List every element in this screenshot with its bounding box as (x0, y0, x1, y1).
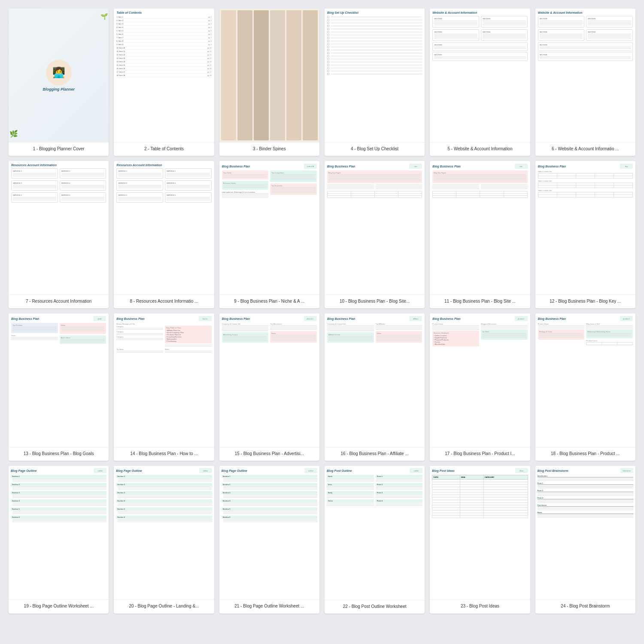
spine-4 (270, 10, 285, 140)
card-1[interactable]: 🌿 🌱 👩‍💻 Blogging Planner 1 - Blogging Pl… (9, 9, 109, 156)
checklist-item (327, 37, 422, 39)
bp-header: Blog Business Plan how to (116, 316, 211, 321)
resource-section: SERVICE 5 (116, 192, 163, 203)
spine-6 (303, 10, 318, 140)
outline-section: Section 6 (11, 516, 106, 522)
info-section: SECTION (481, 16, 528, 27)
card-label-13: 13 - Blog Business Plan - Blog Goals (9, 447, 109, 461)
card-2[interactable]: Table of Contents 1. Item 1 pg 1 2. Item… (114, 9, 214, 156)
card-15[interactable]: Blog Business Plan advertisi... Company … (219, 313, 319, 461)
bp-logo: outline (94, 468, 106, 473)
bp-col (327, 185, 374, 190)
checklist-item (327, 64, 422, 66)
card-14[interactable]: Blog Business Plan how to Money Strategi… (114, 313, 214, 461)
card-5[interactable]: Website & Account Information SECTION SE… (430, 9, 530, 156)
card-16[interactable]: Blog Business Plan affiliate Company & C… (325, 313, 425, 461)
bp-title: Blog Post Ideas (432, 469, 515, 472)
outline-left: Hook Intro Body (327, 475, 374, 507)
bp-header: Blog Business Plan affiliate (327, 316, 422, 321)
checklist-item (327, 31, 422, 33)
card-preview-7: Resources Account Information SERVICE 1 … (9, 161, 109, 295)
card-preview-16: Blog Business Plan affiliate Company & C… (325, 313, 425, 447)
card-18[interactable]: Blog Business Plan product 2 Product Nam… (535, 313, 635, 461)
outline-section: Section 4 (11, 499, 106, 506)
card-label-2: 2 - Table of Contents (114, 142, 214, 156)
outline-section: Section 2 (116, 483, 212, 489)
bp-logo: brainstorm (620, 468, 633, 473)
resource-section: SERVICE 5 (11, 192, 58, 203)
card-9[interactable]: Blog Business Plan niche & A Your Niche … (219, 161, 319, 308)
info-section: SECTION (432, 16, 479, 27)
bp-header: Blog Business Plan product I (432, 316, 527, 321)
outline-section: Section 2 (11, 483, 106, 489)
outline-section: Section 3 (222, 491, 317, 498)
card-12[interactable]: Blog Business Plan key Table Content Inf… (535, 161, 635, 308)
info-section: SECTION (538, 29, 585, 41)
card-21[interactable]: Blog Page Outline outline Section 1 Sect… (219, 466, 319, 613)
bp-logo: site (515, 164, 528, 169)
aff-left: Company & Contact Info Affiliate Income (327, 323, 374, 344)
bp-logo: affiliate (409, 316, 422, 321)
bp-logo: ideas (515, 468, 528, 473)
toc-row: 5. Item 5 pg 5 (116, 29, 211, 33)
card-label-21: 21 - Blog Page Outline Worksheet ... (219, 599, 319, 613)
toc-row: 14. Item 14 pg 14 (116, 60, 211, 64)
bp-section: Blog Key Pages (432, 170, 527, 183)
card-11[interactable]: Blog Business Plan site Blog Key Pages (430, 161, 530, 308)
card-10[interactable]: Blog Business Plan site Blog Key Pages (325, 161, 425, 308)
checklist-item (327, 46, 422, 48)
card-19[interactable]: Blog Page Outline outline Section 1 Sect… (9, 466, 109, 613)
aff-right: Top Affiliates Notes (376, 323, 422, 344)
checklist-item (327, 61, 422, 63)
card-6[interactable]: Website & Account Information SECTION SE… (535, 9, 635, 156)
bp-header: Blog Post Brainstorm brainstorm (538, 468, 633, 473)
bp-title: Blog Business Plan (538, 317, 620, 320)
bp-title: Blog Page Outline (222, 469, 304, 472)
card-13[interactable]: Blog Business Plan goals Top Priorities … (9, 313, 109, 461)
card-label-1: 1 - Blogging Planner Cover (9, 142, 109, 156)
card-preview-10: Blog Business Plan site Blog Key Pages (325, 161, 425, 295)
prod-left: Product Ideas Business Strategies • Onli… (432, 323, 479, 348)
card-24[interactable]: Blog Post Brainstorm brainstorm Introduc… (535, 466, 635, 613)
toc-row: 9. Item 9 pg 9 (116, 43, 211, 46)
resource-section: SERVICE 3 (11, 180, 58, 191)
card-label-24: 24 - Blog Post Brainstorm (535, 599, 635, 613)
resource-section: SERVICE 1 (11, 168, 58, 179)
card-3[interactable]: 3 - Binder Spines (219, 9, 319, 156)
card-7[interactable]: Resources Account Information SERVICE 1 … (9, 161, 109, 308)
toc-row: 18. Item 18 pg 18 (116, 74, 211, 77)
card-4[interactable]: Blog Set Up Checklist (325, 9, 425, 156)
card-20[interactable]: Blog Page Outline outline Section 1 Sect… (114, 466, 214, 613)
outline-section: Section 1 (11, 475, 106, 481)
info-section: SECTION (586, 16, 633, 27)
outline-section: Intro (327, 483, 374, 489)
card-label-19: 19 - Blog Page Outline Worksheet ... (9, 599, 109, 613)
bp-col (432, 185, 479, 190)
card-label-23: 23 - Blog Post Ideas (430, 599, 530, 613)
outline-section: Section 2 (222, 483, 317, 489)
card-preview-9: Blog Business Plan niche & A Your Niche … (219, 161, 319, 295)
leaves-right-icon: 🌱 (100, 13, 108, 20)
outline-section: Section 6 (116, 516, 212, 522)
card-label-3: 3 - Binder Spines (219, 142, 319, 156)
outline-section: Section 5 (11, 507, 106, 514)
card-17[interactable]: Blog Business Plan product I Product Ide… (430, 313, 530, 461)
resource-section: SERVICE 6 (165, 192, 212, 203)
outline-section: Point 4 (376, 499, 423, 506)
card-22[interactable]: Blog Post Outline outline Hook I (325, 466, 425, 613)
outline-section: Section 4 (222, 499, 317, 506)
card-8[interactable]: Resources Account Information SERVICE 1 … (114, 161, 214, 308)
card-23[interactable]: Blog Post Ideas ideas TOPIC IDEA CATEGOR… (430, 466, 530, 613)
info-section: SECTION (538, 52, 633, 61)
prod2-right: Blog Items to Sell Marketing & Advertisi… (586, 323, 633, 345)
checklist-item (327, 34, 422, 36)
card-preview-1: 🌿 🌱 👩‍💻 Blogging Planner (9, 9, 109, 142)
card-preview-12: Blog Business Plan key Table Content Inf… (535, 161, 635, 295)
card-label-17: 17 - Blog Business Plan - Product I... (430, 447, 530, 461)
card-preview-22: Blog Post Outline outline Hook I (325, 466, 425, 599)
outline-section: Section 1 (116, 475, 212, 481)
spine-1 (221, 10, 236, 140)
bp-left: Your Niche Business Details Lead audienc… (222, 170, 269, 198)
bp-header: Blog Post Outline outline (327, 468, 422, 473)
card-preview-11: Blog Business Plan site Blog Key Pages (430, 161, 530, 295)
